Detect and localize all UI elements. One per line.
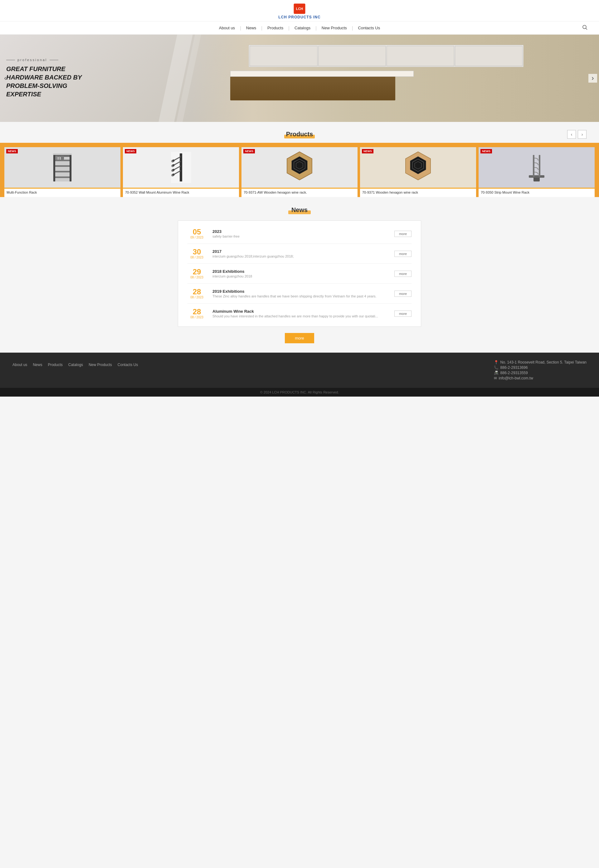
news-content-5: Aluminum Wine Rack Should you have inter… [212,309,388,318]
news-content-2: 2017 interzum guangzhou 2018;interzum gu… [212,249,388,258]
svg-line-3 [586,29,587,30]
news-date-1: 05 09 / 2023 [188,228,206,239]
news-month-year-5: 08 / 2023 [188,315,206,319]
svg-rect-9 [54,176,71,178]
footer-bottom: © 2024 LCH PRODUCTS INC. All Rights Rese… [0,388,599,396]
copyright-text: © 2024 LCH PRODUCTS INC. All Rights Rese… [260,390,339,394]
nav-catalogs[interactable]: Catalogs [289,24,315,32]
news-more-btn-2[interactable]: more [394,251,411,257]
nav-news[interactable]: News [241,24,262,32]
svg-point-2 [583,25,586,29]
hero-kitchen-bg [191,35,599,122]
strip-rack-icon [524,152,549,183]
product-card-4[interactable]: NEWS 70-9371 Wooden hexagon wine rack [360,147,476,197]
news-month-year-1: 09 / 2023 [188,236,206,239]
svg-point-31 [172,164,175,167]
product-name-4: 70-9371 Wooden hexagon wine rack [360,188,476,197]
hex-rack-icon-2 [402,150,433,185]
news-more-btn-3[interactable]: more [394,270,411,277]
news-more-btn-4[interactable]: more [394,291,411,297]
product-card-2[interactable]: NEWS [123,147,239,197]
footer-nav-products[interactable]: Products [48,363,62,367]
products-next-btn[interactable]: › [578,130,587,139]
footer-nav-contacts[interactable]: Contacts Us [117,363,138,367]
news-date-3: 29 08 / 2023 [188,268,206,279]
news-desc-4: These Zinc alloy handles are handles tha… [212,294,388,298]
news-more-center: more [178,333,421,343]
news-headline-1: 2023 [212,229,388,234]
news-day-4: 28 [188,288,206,296]
products-nav-btns: ‹ › [567,130,587,139]
svg-rect-43 [529,175,545,178]
product-img-1 [5,147,120,188]
company-name: LCH PRODUCTS INC [278,15,321,20]
nav-new-products[interactable]: New Products [317,24,352,32]
products-orange-bg: NEWS [0,143,599,197]
nav-bar: About us | News | Products | Catalogs | … [0,21,599,35]
news-more-button[interactable]: more [285,333,314,343]
footer-fax: 886-2-29313559 [500,371,528,375]
svg-point-33 [172,174,175,176]
news-title-container: News [291,206,308,213]
product-card-5[interactable]: NEWS 70-9 [479,147,594,197]
hero-professional-text: professional [18,58,47,62]
svg-point-30 [172,160,175,162]
product-name-1: Multi-Function Rack [5,188,120,197]
news-desc-2: interzum guangzhou 2018;interzum guangzh… [212,254,388,258]
news-item-3: 29 08 / 2023 2018 Exhibitions interzum g… [188,264,411,284]
nav-products[interactable]: Products [262,24,288,32]
header: LCH LCH PRODUCTS INC [0,0,599,21]
footer-email: info@lch-bwl.com.tw [499,376,533,380]
nav-about[interactable]: About us [214,24,240,32]
footer-address-row: 📍 No. 143-1 Roosevelt Road, Section 5. T… [494,360,587,365]
search-icon[interactable] [582,25,588,31]
news-section: News 05 09 / 2023 2023 safety barrier-fr… [0,197,599,353]
news-section-header: News [12,206,587,213]
svg-rect-6 [54,160,71,161]
svg-rect-8 [54,171,71,173]
news-item-2: 30 08 / 2023 2017 interzum guangzhou 201… [188,244,411,264]
email-icon: ✉ [494,376,497,380]
product-card-1[interactable]: NEWS [5,147,120,197]
news-item-4: 28 08 / 2023 2019 Exhibitions These Zinc… [188,284,411,304]
footer-nav-about[interactable]: About us [12,363,27,367]
hero-text-area: professional GREAT FURNITURE HARDWARE BA… [6,58,103,99]
news-day-2: 30 [188,248,206,256]
nav-items: About us | News | Products | Catalogs | … [214,24,385,32]
products-title-wrap: Products [286,131,313,138]
hero-title: GREAT FURNITURE HARDWARE BACKED BY PROBL… [6,65,103,99]
products-title: Products [286,131,313,138]
news-month-year-3: 08 / 2023 [188,276,206,279]
news-container: 05 09 / 2023 2023 safety barrier-free mo… [178,221,421,327]
product-img-5 [479,147,594,188]
news-more-btn-1[interactable]: more [394,231,411,237]
product-img-3 [241,147,358,188]
nav-contacts[interactable]: Contacts Us [353,24,385,32]
news-headline-2: 2017 [212,249,388,254]
phone-icon: 📞 [494,365,498,370]
news-desc-1: safety barrier-free [212,234,388,238]
news-date-2: 30 08 / 2023 [188,248,206,259]
news-headline-4: 2019 Exhibitions [212,289,388,294]
news-date-4: 28 08 / 2023 [188,288,206,299]
svg-rect-7 [54,165,71,167]
footer-nav-catalogs[interactable]: Catalogs [68,363,83,367]
hero-prev-arrow[interactable]: ‹ [2,75,9,82]
footer-nav-news[interactable]: News [33,363,42,367]
svg-rect-45 [539,155,540,177]
news-content-1: 2023 safety barrier-free [212,229,388,238]
footer-address: No. 143-1 Roosevelt Road, Section 5. Tai… [500,360,587,365]
products-section: Products ‹ › NEWS [0,122,599,197]
hero-next-arrow[interactable]: › [588,74,597,83]
products-prev-btn[interactable]: ‹ [567,130,576,139]
product-card-3[interactable]: NEWS 70-9371-AW Wooden hexagon wine rack… [241,147,358,197]
fax-icon: 📠 [494,371,498,375]
svg-point-32 [172,169,175,171]
news-month-year-2: 08 / 2023 [188,256,206,259]
hero-professional-line: professional [6,58,103,62]
news-more-btn-5[interactable]: more [394,311,411,317]
svg-text:LCH: LCH [296,7,303,11]
news-content-4: 2019 Exhibitions These Zinc alloy handle… [212,289,388,298]
footer-phone: 886-2-29313696 [500,365,528,370]
footer-nav-new-products[interactable]: New Products [89,363,112,367]
